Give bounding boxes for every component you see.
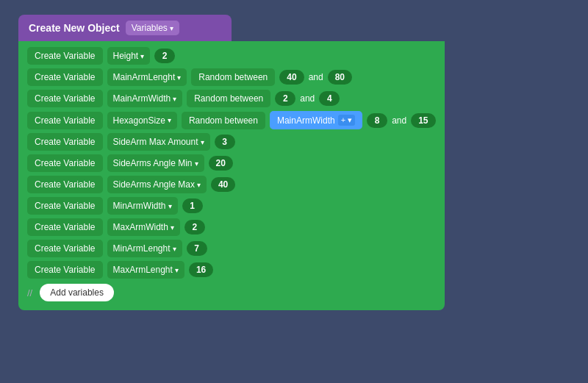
- mainarmwidth-var-btn[interactable]: MainArmWidth: [107, 90, 183, 107]
- create-variable-label: Create Variable: [27, 68, 103, 86]
- and-label: and: [309, 72, 323, 82]
- create-variable-label: Create Variable: [27, 47, 103, 65]
- table-row: Create Variable SideArm Max Amount 3: [27, 133, 436, 151]
- table-row: Create Variable MainArmWidth Random betw…: [27, 90, 436, 107]
- hexagonsize-var-btn[interactable]: HexagonSize: [107, 112, 177, 129]
- mainarmlenght-val2: 80: [328, 70, 352, 85]
- plus-dropdown[interactable]: + ▾: [338, 115, 355, 126]
- height-value: 2: [154, 49, 175, 63]
- sidearms-angle-min-var-btn[interactable]: SideArms Angle Min: [107, 154, 204, 172]
- hexagonsize-val1: 8: [367, 113, 387, 128]
- random-between-label: Random between: [187, 90, 270, 107]
- table-row: Create Variable SideArms Angle Max 40: [27, 176, 436, 193]
- mainarmlenght-var-btn[interactable]: MainArmLenght: [107, 68, 187, 86]
- mainarmwidth-highlight-btn[interactable]: MainArmWidth + ▾: [270, 111, 362, 129]
- workspace: Create New Object Variables Create Varia…: [0, 0, 463, 325]
- mainarmwidth-val1: 2: [275, 91, 295, 106]
- minarmwidth-value: 1: [182, 198, 203, 213]
- table-row: Create Variable Height 2: [27, 47, 436, 65]
- sidearms-angle-max-var-btn[interactable]: SideArms Angle Max: [107, 176, 207, 193]
- mainarmwidth-val2: 4: [319, 91, 340, 106]
- create-variable-label: Create Variable: [27, 197, 103, 215]
- sidearm-max-var-btn[interactable]: SideArm Max Amount: [107, 133, 210, 151]
- height-var-btn[interactable]: Height: [107, 47, 151, 65]
- maxarmlenght-var-btn[interactable]: MaxArmLenght: [107, 261, 184, 279]
- sidearms-angle-max-value: 40: [211, 177, 235, 192]
- create-variable-label: Create Variable: [27, 176, 103, 193]
- create-variable-label: Create Variable: [27, 133, 103, 151]
- create-variable-label: Create Variable: [27, 154, 103, 172]
- maxarmlenght-value: 16: [189, 262, 213, 277]
- variables-dropdown[interactable]: Variables: [126, 21, 179, 35]
- and-label: and: [300, 93, 315, 104]
- minarmwidth-var-btn[interactable]: MinArmWidth: [107, 197, 178, 215]
- comment-label: //: [27, 287, 32, 298]
- table-row: Create Variable MaxArmLenght 16: [27, 261, 436, 279]
- create-variable-label: Create Variable: [27, 240, 103, 257]
- table-row: Create Variable MainArmLenght Random bet…: [27, 68, 436, 86]
- header-block: Create New Object Variables: [18, 15, 232, 41]
- add-variables-row: // Add variables: [27, 284, 436, 301]
- random-between-label: Random between: [182, 112, 265, 129]
- create-variable-label: Create Variable: [27, 261, 103, 279]
- table-row: Create Variable SideArms Angle Min 20: [27, 154, 436, 172]
- page-title: Create New Object: [29, 22, 120, 34]
- maxarmwidth-var-btn[interactable]: MaxArmWidth: [107, 218, 180, 236]
- table-row: Create Variable MinArmLenght 7: [27, 240, 436, 257]
- sidearm-max-value: 3: [215, 135, 235, 149]
- main-container: Create Variable Height 2 Create Variable…: [18, 41, 445, 310]
- hexagonsize-val2: 15: [411, 113, 435, 128]
- sidearms-angle-min-value: 20: [209, 156, 233, 171]
- mainarmlenght-val1: 40: [279, 70, 304, 85]
- maxarmwidth-value: 2: [184, 220, 205, 235]
- highlight-var-name: MainArmWidth: [277, 115, 335, 126]
- table-row: Create Variable HexagonSize Random betwe…: [27, 111, 436, 129]
- create-variable-label: Create Variable: [27, 90, 103, 107]
- and-label: and: [392, 115, 406, 126]
- random-between-label: Random between: [191, 68, 275, 86]
- table-row: Create Variable MinArmWidth 1: [27, 197, 436, 215]
- minarmlenght-var-btn[interactable]: MinArmLenght: [107, 240, 182, 257]
- minarmlenght-value: 7: [187, 241, 207, 256]
- table-row: Create Variable MaxArmWidth 2: [27, 218, 436, 236]
- add-variables-button[interactable]: Add variables: [40, 284, 114, 301]
- create-variable-label: Create Variable: [27, 218, 103, 236]
- create-variable-label: Create Variable: [27, 112, 103, 129]
